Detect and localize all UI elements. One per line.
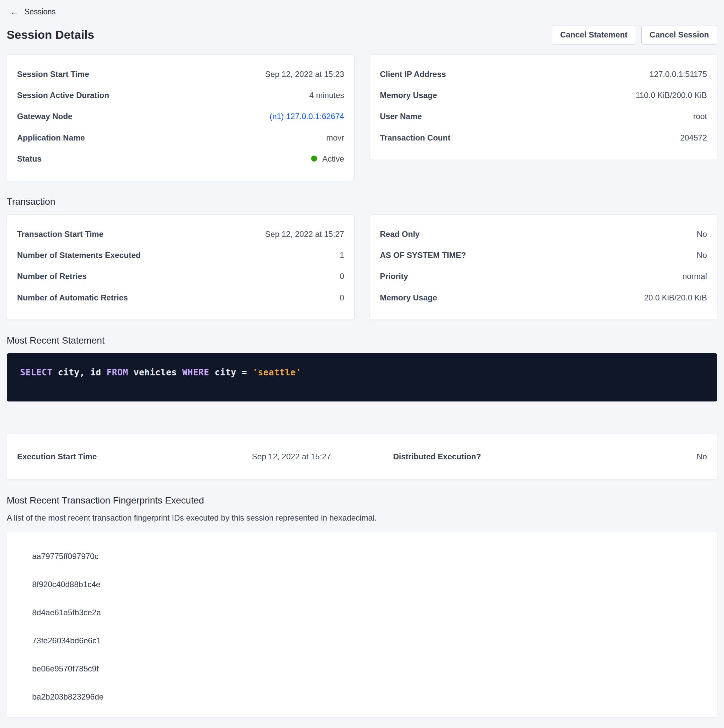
row-label: User Name <box>380 111 422 121</box>
fingerprints-section-heading: Most Recent Transaction Fingerprints Exe… <box>7 495 717 506</box>
client-details-card: Client IP Address 127.0.0.1:51175 Memory… <box>370 55 718 160</box>
sql-keyword: WHERE <box>182 367 210 378</box>
sql-text: city = <box>209 367 252 378</box>
row-label: Number of Statements Executed <box>17 250 141 260</box>
session-details-card: Session Start Time Sep 12, 2022 at 15:23… <box>7 55 355 181</box>
row-value: Sep 12, 2022 at 15:23 <box>265 69 344 79</box>
statement-section-heading: Most Recent Statement <box>7 335 717 346</box>
fingerprint-list-item: 8d4ae61a5fb3ce2a <box>32 598 707 627</box>
sql-statement-block: SELECT city, id FROM vehicles WHERE city… <box>7 353 717 401</box>
row-value: Sep 12, 2022 at 15:27 <box>252 452 331 461</box>
fingerprint-list-item: 73fe26034bd6e6c1 <box>32 627 707 655</box>
row-transaction-start-time: Transaction Start Time Sep 12, 2022 at 1… <box>11 223 350 245</box>
row-value: movr <box>326 133 344 143</box>
row-gateway-node: Gateway Node (n1) 127.0.0.1:62674 <box>11 106 350 127</box>
sql-string-literal: 'seattle' <box>253 367 301 378</box>
row-label: Transaction Count <box>380 133 451 143</box>
row-value: 110.0 KiB/200.0 KiB <box>636 90 707 100</box>
page-header: Session Details Cancel Statement Cancel … <box>7 25 717 44</box>
row-transaction-count: Transaction Count 204572 <box>374 127 713 148</box>
row-label: Status <box>17 154 41 164</box>
fingerprint-list-item: be06e9570f785c9f <box>32 655 707 683</box>
fingerprints-description: A list of the most recent transaction fi… <box>7 513 717 523</box>
cancel-session-button[interactable]: Cancel Session <box>641 25 717 44</box>
transaction-details-card: Transaction Start Time Sep 12, 2022 at 1… <box>7 214 355 320</box>
row-value: 0 <box>340 292 344 303</box>
row-memory-usage: Memory Usage 110.0 KiB/200.0 KiB <box>374 85 713 106</box>
row-statements-executed: Number of Statements Executed 1 <box>11 245 350 266</box>
row-distributed-execution: Distributed Execution? No <box>387 452 713 461</box>
fingerprint-list-item: 8f920c40d88b1c4e <box>32 570 707 598</box>
breadcrumb-label: Sessions <box>24 8 55 17</box>
row-label: Number of Retries <box>17 271 87 281</box>
row-value: 20.0 KiB/20.0 KiB <box>644 292 707 303</box>
status-active-dot-icon <box>311 156 317 162</box>
breadcrumb-back-sessions[interactable]: ← Sessions <box>10 8 55 17</box>
back-arrow-icon: ← <box>10 8 19 17</box>
row-client-ip-address: Client IP Address 127.0.0.1:51175 <box>374 64 713 85</box>
row-automatic-retries: Number of Automatic Retries 0 <box>11 287 350 308</box>
fingerprints-list-card: aa79775ff097970c 8f920c40d88b1c4e 8d4ae6… <box>7 532 717 717</box>
row-label: Read Only <box>380 229 420 239</box>
row-value: root <box>693 111 707 121</box>
page-title: Session Details <box>7 28 94 41</box>
sql-keyword: SELECT <box>20 367 52 378</box>
status-badge: Active <box>311 154 344 164</box>
session-summary-section: Session Start Time Sep 12, 2022 at 15:23… <box>7 55 717 181</box>
row-label: Memory Usage <box>380 90 437 100</box>
row-value: No <box>696 250 707 260</box>
transaction-properties-card: Read Only No AS OF SYSTEM TIME? No Prior… <box>370 214 718 320</box>
row-value: 127.0.0.1:51175 <box>649 69 707 79</box>
row-label: Number of Automatic Retries <box>17 292 128 303</box>
transaction-section: Transaction Start Time Sep 12, 2022 at 1… <box>7 214 717 320</box>
row-value: 0 <box>340 271 344 281</box>
status-value: Active <box>322 154 344 164</box>
row-label: Priority <box>380 271 408 281</box>
header-actions: Cancel Statement Cancel Session <box>552 25 717 44</box>
row-session-active-duration: Session Active Duration 4 minutes <box>11 85 350 106</box>
row-value: 4 minutes <box>309 90 344 100</box>
row-label: Gateway Node <box>17 111 72 121</box>
sql-text: city, id <box>52 367 107 378</box>
row-application-name: Application Name movr <box>11 127 350 148</box>
row-number-of-retries: Number of Retries 0 <box>11 266 350 287</box>
cancel-statement-button[interactable]: Cancel Statement <box>552 25 636 44</box>
row-value: No <box>696 452 707 461</box>
row-value: 204572 <box>680 133 707 143</box>
sql-text: vehicles <box>128 367 182 378</box>
sql-keyword: FROM <box>106 367 128 378</box>
row-label: Memory Usage <box>380 292 437 303</box>
gateway-node-link[interactable]: (n1) 127.0.0.1:62674 <box>269 111 344 121</box>
row-value: normal <box>683 271 707 281</box>
execution-details-card: Execution Start Time Sep 12, 2022 at 15:… <box>7 434 717 480</box>
row-label: Client IP Address <box>380 69 446 79</box>
row-execution-start-time: Execution Start Time Sep 12, 2022 at 15:… <box>11 452 337 461</box>
row-label: Session Start Time <box>17 69 89 79</box>
row-status: Status Active <box>11 148 350 169</box>
row-value: 1 <box>340 250 344 260</box>
row-value: No <box>696 229 707 239</box>
fingerprint-list-item: aa79775ff097970c <box>32 542 707 570</box>
row-label: Session Active Duration <box>17 90 109 100</box>
transaction-section-heading: Transaction <box>7 196 717 207</box>
row-transaction-memory-usage: Memory Usage 20.0 KiB/20.0 KiB <box>374 287 713 308</box>
row-label: AS OF SYSTEM TIME? <box>380 250 466 260</box>
row-label: Transaction Start Time <box>17 229 103 239</box>
row-read-only: Read Only No <box>374 223 713 245</box>
row-label: Execution Start Time <box>17 452 97 461</box>
row-value: Sep 12, 2022 at 15:27 <box>265 229 344 239</box>
row-label: Distributed Execution? <box>393 452 481 461</box>
fingerprint-list-item: ba2b203b823296de <box>32 683 707 711</box>
row-priority: Priority normal <box>374 266 713 287</box>
row-label: Application Name <box>17 133 85 143</box>
row-session-start-time: Session Start Time Sep 12, 2022 at 15:23 <box>11 64 350 85</box>
row-as-of-system-time: AS OF SYSTEM TIME? No <box>374 245 713 266</box>
session-details-page: ← Sessions Session Details Cancel Statem… <box>0 0 724 728</box>
row-user-name: User Name root <box>374 106 713 127</box>
